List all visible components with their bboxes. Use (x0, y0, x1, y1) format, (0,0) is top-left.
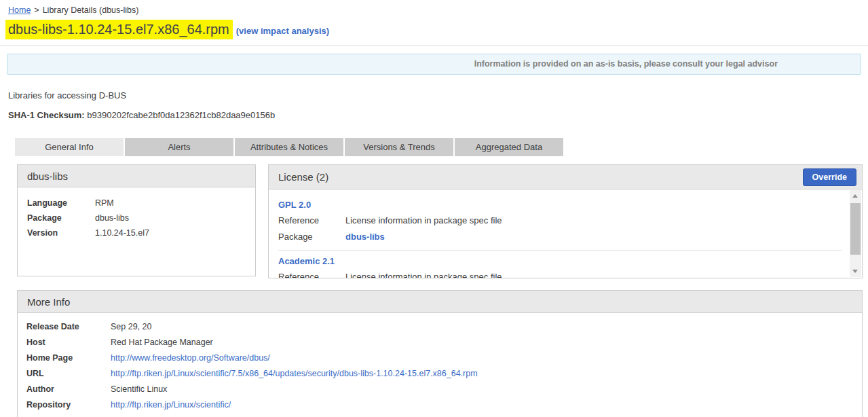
title-row: dbus-libs-1.10.24-15.el7.x86_64.rpm(view… (5, 22, 868, 37)
page-title: dbus-libs-1.10.24-15.el7.x86_64.rpm (5, 20, 233, 39)
breadcrumb-separator: > (34, 5, 39, 15)
license-package-link[interactable]: dbus-libs (345, 232, 385, 242)
license-panel-header: License (2) Override (269, 165, 862, 189)
breadcrumb: Home>Library Details (dbus-libs) (0, 0, 868, 15)
library-row-package: Packagedbus-libs (27, 211, 246, 225)
license-panel-title: License (2) (278, 171, 328, 183)
more-info-value: Sep 29, 20 (111, 322, 151, 331)
view-impact-analysis-link[interactable]: (view impact analysis) (236, 26, 329, 36)
library-panel: dbus-libs LanguageRPM Packagedbus-libs V… (17, 164, 256, 276)
library-row-value: 1.10.24-15.el7 (95, 228, 149, 238)
breadcrumb-home-link[interactable]: Home (8, 5, 31, 15)
more-info-body: Release DateSep 29, 20 HostRed Hat Packa… (18, 313, 862, 417)
title-divider (0, 46, 868, 46)
repository-link[interactable]: http://ftp.riken.jp/Linux/scientific/ (111, 400, 231, 410)
library-row-version: Version1.10.24-15.el7 (27, 225, 246, 240)
tab-attributes-notices[interactable]: Attributes & Notices (235, 138, 343, 156)
breadcrumb-current: Library Details (dbus-libs) (43, 5, 139, 15)
license-scrollbar[interactable] (850, 190, 861, 277)
more-info-value: Scientific Linux (111, 384, 167, 394)
more-info-label: Release Date (26, 319, 111, 335)
home-page-link[interactable]: http://www.freedesktop.org/Software/dbus… (111, 353, 270, 363)
library-panel-body: LanguageRPM Packagedbus-libs Version1.10… (18, 187, 255, 249)
legal-info-banner-text: Information is provided on an as-is basi… (474, 59, 778, 69)
more-info-row-home-page: Home Pagehttp://www.freedesktop.org/Soft… (26, 350, 852, 366)
license-reference-value: License information in package spec file (345, 215, 502, 225)
library-url-link[interactable]: http://ftp.riken.jp/Linux/scientific/7.5… (111, 369, 478, 378)
library-row-value: dbus-libs (95, 213, 129, 223)
more-info-row-host: HostRed Hat Package Manager (26, 335, 852, 350)
tab-versions-trends[interactable]: Versions & Trends (345, 138, 453, 156)
license-panel-body: GPL 2.0 ReferenceLicense information in … (269, 189, 862, 278)
scroll-up-icon[interactable] (850, 190, 861, 202)
more-info-label: Repository (26, 397, 111, 413)
more-info-label: Host (26, 335, 111, 350)
license-panel: License (2) Override GPL 2.0 ReferenceLi… (268, 164, 863, 278)
more-info-panel-title: More Info (18, 291, 862, 313)
sha1-checksum-label: SHA-1 Checksum: (8, 110, 85, 120)
legal-info-banner: Information is provided on an as-is basi… (7, 54, 861, 75)
license-reference-label: Reference (278, 269, 345, 278)
more-info-row-author: AuthorScientific Linux (26, 382, 852, 397)
tab-alerts[interactable]: Alerts (125, 138, 233, 156)
library-row-label: Version (27, 225, 95, 240)
scroll-down-icon[interactable] (850, 266, 861, 277)
more-info-label: Home Page (26, 350, 111, 366)
license-reference-value: License information in package spec file (345, 272, 502, 278)
more-info-value: Red Hat Package Manager (111, 338, 213, 347)
license-reference-label: Reference (278, 213, 345, 229)
general-info-content: dbus-libs LanguageRPM Packagedbus-libs V… (17, 164, 863, 417)
library-row-label: Language (27, 196, 95, 211)
library-description: Libraries for accessing D-BUS (8, 90, 868, 101)
scrollbar-thumb[interactable] (850, 203, 861, 255)
license-link-gpl[interactable]: GPL 2.0 (278, 198, 311, 213)
license-reference-row: ReferenceLicense information in package … (278, 269, 842, 278)
more-info-row-url: URLhttp://ftp.riken.jp/Linux/scientific/… (26, 366, 852, 382)
license-package-label: Package (278, 229, 345, 245)
license-entry-divider (278, 250, 842, 251)
more-info-label: URL (26, 366, 111, 382)
license-link-academic[interactable]: Academic 2.1 (278, 254, 335, 269)
more-info-row-repository: Repositoryhttp://ftp.riken.jp/Linux/scie… (26, 397, 852, 413)
library-panel-title: dbus-libs (18, 165, 255, 187)
more-info-label: Author (26, 382, 111, 397)
license-package-row: Packagedbus-libs (278, 229, 842, 245)
override-button[interactable]: Override (803, 168, 856, 186)
tab-aggregated-data[interactable]: Aggregated Data (455, 138, 563, 156)
library-row-label: Package (27, 211, 95, 225)
tab-general-info[interactable]: General Info (15, 138, 124, 156)
more-info-panel: More Info Release DateSep 29, 20 HostRed… (17, 290, 863, 417)
sha1-checksum-value: b9390202fcabe2bf0da12362f1cb82daa9e0156b (87, 110, 275, 120)
library-row-language: LanguageRPM (27, 196, 246, 211)
library-row-value: RPM (95, 198, 114, 208)
license-reference-row: ReferenceLicense information in package … (278, 213, 842, 229)
tab-bar: General Info Alerts Attributes & Notices… (15, 138, 868, 156)
more-info-row-release-date: Release DateSep 29, 20 (26, 319, 852, 335)
sha1-checksum: SHA-1 Checksum: b9390202fcabe2bf0da12362… (8, 110, 868, 120)
